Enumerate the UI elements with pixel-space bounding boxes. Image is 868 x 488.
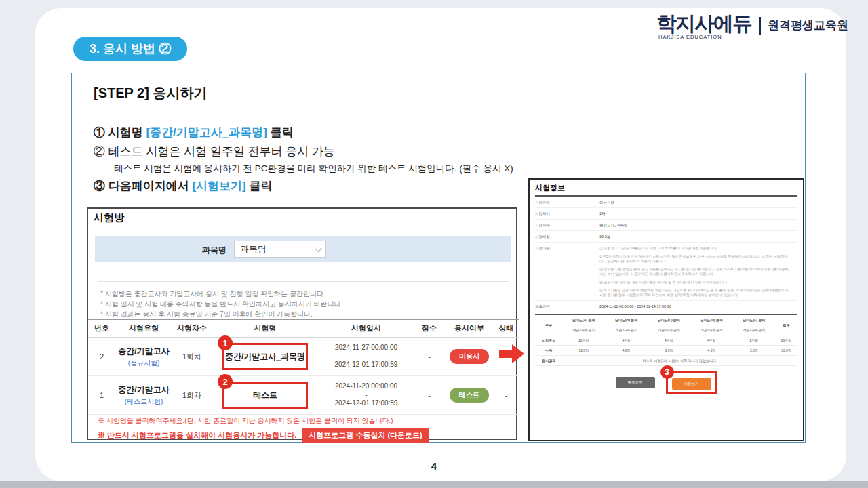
info-row-deadline: 제출기한 2024-11-11 00:00:00 - 2024-11-14 17… [535, 301, 797, 312]
footer-note-2: ※ 반드시 시험프로그램을 설치해야 시험응시가 가능합니다. [98, 430, 296, 441]
exam-info-buttons: 목록으로 3 시험보기 [535, 371, 797, 394]
info-label: 시험유형 [535, 200, 599, 205]
grid-level-header: 난이도(A) 문제 [562, 314, 605, 325]
table-row: 1 중간/기말고사 (테스트시험) 1회차 2 테스트 2024-11-20 0… [88, 376, 519, 415]
logo: 학지사에듀 HAKJISA EDUCATION 원격평생교육원 [656, 14, 848, 40]
exam-name-link[interactable]: 1 중간/기말고사_과목명 [222, 343, 308, 370]
exam-room-title: 시험방 [94, 211, 124, 224]
grid-level-header: 난이도(C) 문제 [648, 314, 690, 325]
grid-sub-header: 객관식+주관식 [648, 325, 690, 336]
subject-filter-bar: 과목명 과목명 [95, 236, 511, 262]
info-value: 1차 [599, 211, 606, 216]
col-header: 시험차수 [172, 323, 212, 333]
info-row: 시험제목 중간고사_과목명 [535, 220, 797, 231]
grid-level-header: 난이도(E) 문제 [733, 314, 775, 325]
grid-cell: 4문항 [605, 336, 648, 346]
exam-date-from: 2024-11-20 00:00:00 [319, 382, 414, 391]
exam-score: - [414, 391, 445, 399]
exam-type-sub: (정규시험) [115, 359, 172, 368]
view-exam-highlight-box: 3 시험보기 [666, 371, 717, 394]
grid-level-header: 난이도(D) 문제 [690, 314, 733, 325]
division-name: 원격평생교육원 [768, 18, 848, 36]
info-row: 시험차시 1차 [535, 208, 797, 220]
grid-total-header: 합계 [775, 314, 797, 336]
grid-cell: 4.0점 [605, 346, 648, 356]
exam-room-notes: * 시험방은 중간고사와 기말고사에 응시 및 진행 일정 확인하는 공간입니다… [98, 281, 509, 319]
exam-date-separator: - [319, 391, 414, 400]
exam-name-link[interactable]: 2 테스트 [222, 382, 308, 409]
exam-table: 번호 시험유형 시험차수 시험명 시험일시 점수 응시여부 상태 2 중간/기말… [88, 319, 519, 415]
row-number: 2 [88, 352, 115, 361]
exam-table-header: 번호 시험유형 시험차수 시험명 시험일시 점수 응시여부 상태 [88, 319, 519, 338]
instruction-1-post: 클릭 [267, 126, 294, 139]
grid-cell: 12문항 [562, 336, 605, 346]
callout-badge-2: 2 [218, 374, 233, 389]
exam-name-cell: 1 중간/기말고사_과목명 [212, 343, 319, 370]
info-label: 시험내용 [535, 246, 599, 298]
callout-badge-3: 3 [660, 365, 674, 379]
instruction-1-pre: ① 시험명 [94, 126, 146, 139]
logo-wordmark: 학지사에듀 HAKJISA EDUCATION [656, 14, 751, 40]
col-header: 시험유형 [115, 323, 172, 333]
callout-badge-1: 1 [218, 336, 233, 350]
bottom-strip [0, 481, 868, 488]
subject-select[interactable]: 과목명 [234, 241, 326, 258]
instruction-1-link: [중간/기말고사_과목명] [146, 126, 267, 139]
info-row: 시험배점 30.0점 [535, 231, 797, 243]
exam-name-text: 테스트 [253, 390, 277, 401]
info-value: 정규시험 [599, 200, 614, 205]
col-header: 시험일시 [319, 323, 414, 333]
col-header: 점수 [414, 323, 445, 333]
exam-round: 1회차 [172, 390, 212, 401]
install-program-button[interactable]: 시험프로그램 수동설치 (다운로드) [302, 428, 429, 443]
instruction-1: ① 시험명 [중간/기말고사_과목명] 클릭 [94, 125, 513, 140]
subject-filter-label: 과목명 [202, 245, 226, 256]
grid-corner: 구분 [535, 314, 562, 336]
col-header: 시험명 [212, 323, 319, 333]
exam-dates-cell: 2024-11-27 00:00:00 - 2024-12-01 17:00:5… [319, 344, 414, 369]
logo-divider [760, 17, 761, 35]
deadline-value: 2024-11-11 00:00:00 - 2024-11-14 17:00:0… [599, 304, 671, 309]
grid-cell: 4.0점 [690, 346, 733, 356]
footer-note-1: ※ 시험명을 클릭하여주세요.(단, 시험 종료일이 지난 응시하지 않은 시험… [98, 416, 511, 426]
info-value: 중간고사_과목명 [599, 223, 628, 228]
grid-row-label: 시험구성 [535, 336, 562, 346]
grid-level-header: 난이도(B) 문제 [605, 314, 648, 325]
grid-cell: 4문항 [648, 336, 690, 346]
brand-text: 학지사에듀 [656, 14, 751, 34]
col-header: 번호 [88, 323, 115, 333]
content-paragraph: ② PC가 갑작스레 종료된 경우에도 시험 시간은 계속 진행되므로, 바로 … [599, 254, 789, 264]
grid-sub-header: 객관식+주관식 [605, 325, 648, 336]
info-value: 30.0점 [599, 235, 610, 239]
exam-score: - [414, 352, 445, 361]
apply-status-button[interactable]: 미응시 [450, 349, 489, 364]
col-header: 상태 [494, 323, 519, 333]
instruction-3-link: [시험보기] [192, 180, 245, 192]
back-to-list-button[interactable]: 목록으로 [616, 377, 655, 388]
exam-type-cell: 중간/기말고사 (테스트시험) [115, 384, 172, 407]
content-paragraph: ① 시험 응시 시간은 60분입니다. 시험 시작 후 60분이 지나면 자동 … [599, 246, 789, 251]
section-badge: 3. 응시 방법 ② [73, 37, 187, 61]
exam-type-cell: 중간/기말고사 (정규시험) [115, 346, 172, 368]
grid-cell: 6.0점 [648, 346, 690, 356]
grid-total: 26문항 [775, 336, 797, 346]
exam-info-panel: 시험정보 시험유형 정규시험 시험차시 1차 시험제목 중간고사_과목명 시험배… [528, 178, 804, 441]
chevron-down-icon [315, 244, 322, 251]
grid-total: 30.0점 [775, 346, 797, 356]
info-row-content: 시험내용 ① 시험 응시 시간은 60분입니다. 시험 시작 후 60분이 지나… [535, 243, 797, 301]
exam-info-title: 시험정보 [535, 183, 797, 193]
exam-date-separator: - [319, 352, 414, 361]
exam-type: 중간/기말고사 [115, 346, 172, 357]
content-paragraph: ⑤ 추가시험은 공결 사유에 해당하는 학습자만을 대상으로 합니다.(예비군 … [599, 288, 789, 298]
instruction-3-pre: ③ 다음페이지에서 [94, 180, 192, 192]
instruction-2: ② 테스트 시험은 시험 일주일 전부터 응시 가능 [94, 144, 513, 159]
exam-dates-cell: 2024-11-20 00:00:00 - 2024-12-01 17:00:5… [319, 382, 414, 408]
grid-sub-header: 객관식+주관식 [562, 325, 605, 336]
grid-cell: 2.0점 [733, 346, 775, 356]
apply-status-button[interactable]: 테스트 [450, 388, 489, 403]
note-line: * 시험방은 중간고사와 기말고사에 응시 및 진행 일정 확인하는 공간입니다… [100, 289, 507, 299]
grid-cell: 2문항 [733, 336, 775, 346]
exam-room-panel: 시험방 과목명 과목명 * 시험방은 중간고사와 기말고사에 응시 및 진행 일… [87, 207, 517, 440]
exam-name-text: 중간/기말고사_과목명 [225, 351, 305, 363]
view-exam-button[interactable]: 시험보기 [672, 378, 711, 390]
